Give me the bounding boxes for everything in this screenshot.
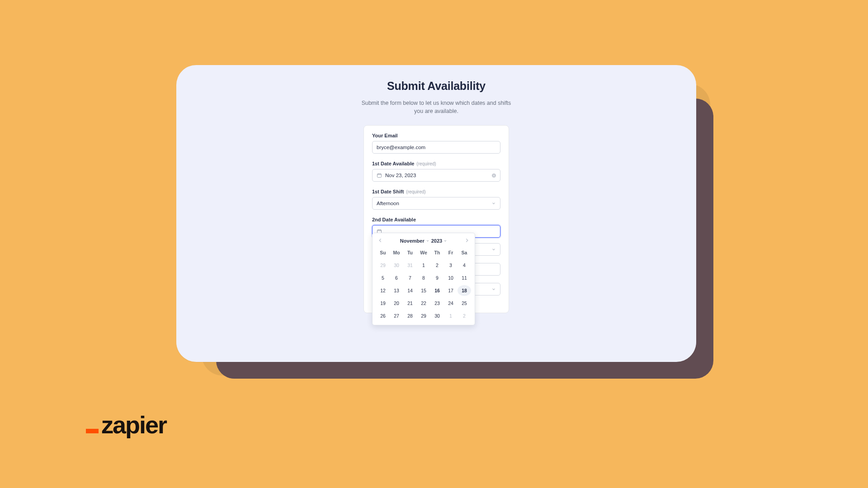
calendar-grid: SuMoTuWeThFrSa29303112345678910111213141… <box>376 247 471 321</box>
calendar-day[interactable]: 14 <box>403 285 417 296</box>
calendar-day: 2 <box>458 310 471 321</box>
form-card: Your Email 1st Date Available (required) <box>363 125 509 313</box>
calendar-dow: Th <box>430 247 444 258</box>
shift1-value: Afternoon <box>377 201 399 206</box>
zapier-logo: zapier <box>86 414 166 436</box>
calendar-day[interactable]: 18 <box>458 285 471 296</box>
date1-required: (required) <box>416 161 436 166</box>
page-title: Submit Availability <box>387 80 486 93</box>
calendar-day[interactable]: 10 <box>444 272 458 283</box>
calendar-day[interactable]: 15 <box>417 285 430 296</box>
calendar-day[interactable]: 2 <box>430 260 444 271</box>
shift1-required: (required) <box>406 189 425 194</box>
calendar-day: 31 <box>403 260 417 271</box>
page-description: Submit the form below to let us know whi… <box>362 99 511 115</box>
svg-rect-0 <box>377 174 382 178</box>
zapier-wordmark: zapier <box>101 414 166 436</box>
field-email: Your Email <box>372 133 500 154</box>
calendar-day[interactable]: 4 <box>458 260 471 271</box>
calendar-day[interactable]: 11 <box>458 272 471 283</box>
calendar-day[interactable]: 3 <box>444 260 458 271</box>
calendar-day[interactable]: 19 <box>376 298 390 309</box>
calendar-day[interactable]: 12 <box>376 285 390 296</box>
app-window-inner: Submit Availability Submit the form belo… <box>176 65 696 362</box>
date1-label: 1st Date Available <box>372 161 414 166</box>
calendar-day[interactable]: 24 <box>444 298 458 309</box>
chevron-down-icon <box>491 201 496 206</box>
calendar-day[interactable]: 30 <box>430 310 444 321</box>
calendar-day[interactable]: 5 <box>376 272 390 283</box>
calendar-day[interactable]: 27 <box>390 310 403 321</box>
calendar-year-label: 2023 <box>431 238 442 244</box>
calendar-dow: Fr <box>444 247 458 258</box>
page-description-line1: Submit the form below to let us know whi… <box>362 100 511 106</box>
calendar-icon <box>377 173 382 178</box>
email-input-wrap[interactable] <box>372 141 500 154</box>
calendar-day[interactable]: 23 <box>430 298 444 309</box>
calendar-day[interactable]: 9 <box>430 272 444 283</box>
calendar-dow: Tu <box>403 247 417 258</box>
calendar-day[interactable]: 26 <box>376 310 390 321</box>
calendar-day[interactable]: 21 <box>403 298 417 309</box>
app-window: Submit Availability Submit the form belo… <box>176 65 696 362</box>
calendar-day: 29 <box>376 260 390 271</box>
zapier-underscore-icon <box>86 429 99 433</box>
email-input[interactable] <box>377 145 496 150</box>
chevron-down-icon <box>491 287 496 291</box>
calendar-day[interactable]: 17 <box>444 285 458 296</box>
calendar-dow: We <box>417 247 430 258</box>
calendar-dow: Mo <box>390 247 403 258</box>
canvas: Submit Availability Submit the form belo… <box>0 0 868 488</box>
calendar-header: November 2023 <box>376 236 471 245</box>
date1-value: Nov 23, 2023 <box>385 173 416 178</box>
calendar-year-select[interactable]: 2023 <box>431 238 447 244</box>
calendar-dow: Su <box>376 247 390 258</box>
calendar-month-select[interactable]: November <box>400 238 429 244</box>
field-shift1: 1st Date Shift (required) Afternoon <box>372 189 500 210</box>
shift1-label: 1st Date Shift <box>372 189 404 194</box>
calendar-dow: Sa <box>458 247 471 258</box>
calendar-day[interactable]: 8 <box>417 272 430 283</box>
chevron-down-icon <box>426 239 429 243</box>
clear-date-icon[interactable] <box>491 173 496 178</box>
calendar-prev-button[interactable] <box>377 237 383 244</box>
calendar-month-label: November <box>400 238 425 244</box>
chevron-down-icon <box>491 247 496 252</box>
field-date1: 1st Date Available (required) Nov 23, 20… <box>372 161 500 182</box>
calendar-popup: November 2023 SuMoTuWeThFrSa29303 <box>372 233 475 325</box>
shift1-select[interactable]: Afternoon <box>372 197 500 210</box>
field-date2: 2nd Date Available <box>372 217 500 238</box>
page-description-line2: you are available. <box>414 108 458 114</box>
calendar-day[interactable]: 1 <box>417 260 430 271</box>
calendar-next-button[interactable] <box>464 237 470 244</box>
calendar-day[interactable]: 29 <box>417 310 430 321</box>
calendar-day: 1 <box>444 310 458 321</box>
email-label: Your Email <box>372 133 398 138</box>
calendar-day[interactable]: 25 <box>458 298 471 309</box>
calendar-day: 30 <box>390 260 403 271</box>
calendar-day[interactable]: 20 <box>390 298 403 309</box>
calendar-day[interactable]: 22 <box>417 298 430 309</box>
calendar-day[interactable]: 7 <box>403 272 417 283</box>
calendar-day[interactable]: 28 <box>403 310 417 321</box>
date1-input[interactable]: Nov 23, 2023 <box>372 169 500 182</box>
calendar-day[interactable]: 13 <box>390 285 403 296</box>
date2-label: 2nd Date Available <box>372 217 416 222</box>
calendar-day[interactable]: 6 <box>390 272 403 283</box>
calendar-day[interactable]: 16 <box>430 285 444 296</box>
chevron-down-icon <box>443 239 447 243</box>
